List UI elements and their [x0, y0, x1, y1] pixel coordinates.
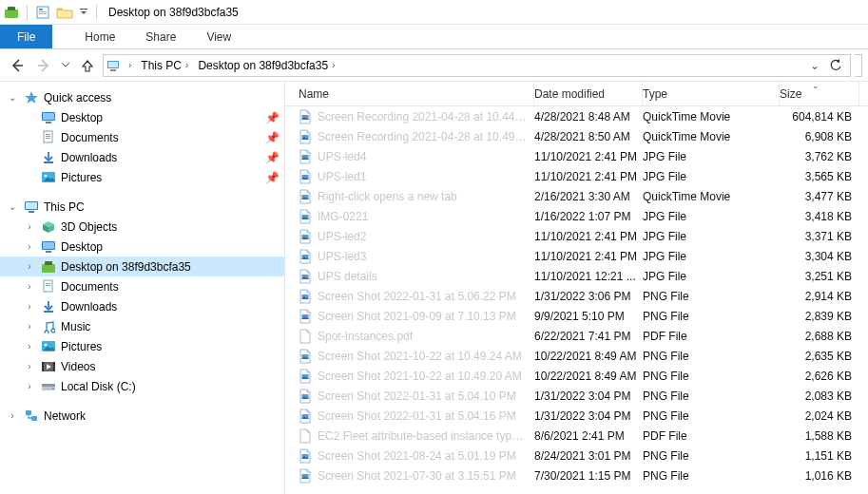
- tree-qa-downloads[interactable]: Downloads 📌: [0, 147, 284, 167]
- address-bar[interactable]: › This PC› Desktop on 38f9d3bcfa35› ⌄: [103, 54, 851, 77]
- file-row[interactable]: Screen Recording 2021-04-28 at 10.44.05 …: [285, 106, 868, 126]
- col-name[interactable]: Name: [299, 82, 534, 105]
- file-row[interactable]: Screen Shot 2021-07-30 at 3.15.51 PM7/30…: [285, 466, 868, 485]
- properties-icon[interactable]: [35, 5, 50, 20]
- tree-documents[interactable]: › Documents: [0, 276, 284, 296]
- tree-downloads[interactable]: › Downloads: [0, 296, 284, 316]
- chevron-right-icon[interactable]: ›: [23, 361, 36, 371]
- breadcrumb-current[interactable]: Desktop on 38f9d3bcfa35›: [194, 55, 340, 76]
- tree-quick-access[interactable]: ⌄ Quick access: [0, 87, 284, 107]
- file-row[interactable]: Screen Shot 2022-01-31 at 5.04.10 PM1/31…: [285, 386, 868, 406]
- file-row[interactable]: IMG-02211/16/2022 1:07 PMJPG File3,418 K…: [285, 206, 868, 226]
- tree-network[interactable]: › Network: [0, 406, 284, 426]
- chevron-right-icon[interactable]: ›: [328, 60, 338, 70]
- star-icon: [23, 90, 40, 105]
- file-type: PNG File: [643, 370, 780, 383]
- col-size[interactable]: Size⌄: [780, 82, 859, 105]
- svg-rect-21: [26, 202, 37, 209]
- forward-button[interactable]: [32, 54, 55, 77]
- back-button[interactable]: [6, 54, 29, 77]
- file-icon: [299, 109, 318, 124]
- svg-rect-11: [43, 113, 54, 120]
- file-name: Screen Shot 2021-09-09 at 7.10.13 PM: [318, 310, 534, 323]
- address-dropdown-icon[interactable]: ⌄: [806, 59, 823, 72]
- file-row[interactable]: Screen Shot 2021-09-09 at 7.10.13 PM9/9/…: [285, 306, 868, 326]
- file-name: Screen Shot 2022-01-31 at 5.04.16 PM: [318, 409, 534, 423]
- breadcrumb-this-pc[interactable]: This PC›: [137, 55, 194, 76]
- videos-icon: [40, 359, 57, 374]
- qat-dropdown-icon[interactable]: [79, 9, 88, 16]
- file-name: UPS-led4: [318, 150, 534, 163]
- chevron-right-icon[interactable]: ›: [23, 301, 36, 312]
- file-size: 3,251 KB: [780, 270, 852, 283]
- chevron-right-icon[interactable]: ›: [23, 241, 36, 252]
- file-row[interactable]: UPS-led311/10/2021 2:41 PMJPG File3,304 …: [285, 246, 868, 266]
- desktop-icon: [40, 239, 57, 255]
- col-date[interactable]: Date modified: [534, 82, 643, 105]
- file-row[interactable]: Screen Shot 2021-10-22 at 10.49.24 AM10/…: [285, 346, 868, 366]
- file-icon: [299, 149, 318, 164]
- svg-rect-8: [108, 62, 118, 67]
- file-row[interactable]: UPS-led411/10/2021 2:41 PMJPG File3,762 …: [285, 146, 868, 166]
- recent-dropdown-icon[interactable]: [59, 54, 72, 77]
- file-date: 11/10/2021 2:41 PM: [534, 250, 643, 263]
- chevron-right-icon[interactable]: ›: [125, 60, 135, 70]
- tab-view[interactable]: View: [191, 25, 246, 48]
- tree-qa-pictures[interactable]: Pictures 📌: [0, 167, 284, 187]
- tree-qa-documents[interactable]: Documents 📌: [0, 127, 284, 147]
- file-icon: [299, 169, 318, 184]
- file-row[interactable]: UPS details11/10/2021 12:21 ...JPG File3…: [285, 266, 868, 286]
- chevron-down-icon[interactable]: ⌄: [6, 92, 19, 103]
- drive-icon: [40, 379, 57, 394]
- tree-pictures[interactable]: › Pictures: [0, 336, 284, 356]
- file-icon: [299, 249, 318, 264]
- file-type: PDF File: [643, 429, 780, 443]
- tree-desktop-remote[interactable]: › Desktop on 38f9d3bcfa35: [0, 256, 284, 276]
- folder-icon[interactable]: [56, 6, 73, 19]
- chevron-right-icon[interactable]: ›: [23, 221, 36, 232]
- file-type: PNG File: [643, 409, 780, 423]
- file-row[interactable]: Screen Recording 2021-04-28 at 10.49.51 …: [285, 126, 868, 146]
- chevron-right-icon[interactable]: ›: [23, 341, 36, 352]
- pictures-icon: [40, 339, 57, 354]
- file-row[interactable]: Screen Shot 2022-01-31 at 5.04.16 PM1/31…: [285, 406, 868, 426]
- tab-file[interactable]: File: [0, 25, 52, 48]
- chevron-right-icon[interactable]: ›: [23, 381, 36, 391]
- tree-qa-desktop[interactable]: Desktop 📌: [0, 107, 284, 127]
- chevron-down-icon[interactable]: ⌄: [6, 201, 19, 212]
- file-size: 1,016 KB: [780, 469, 852, 483]
- tree-music[interactable]: › Music: [0, 316, 284, 336]
- tree-desktop[interactable]: › Desktop: [0, 237, 284, 256]
- file-row[interactable]: UPS-led211/10/2021 2:41 PMJPG File3,371 …: [285, 226, 868, 246]
- svg-rect-12: [46, 122, 51, 124]
- chevron-right-icon[interactable]: ›: [23, 321, 36, 332]
- file-row[interactable]: Screen Shot 2021-10-22 at 10.49.20 AM10/…: [285, 366, 868, 386]
- search-input[interactable]: [855, 54, 862, 77]
- refresh-button[interactable]: [825, 59, 846, 72]
- file-row[interactable]: Screen Shot 2022-01-31 at 5.06.22 PM1/31…: [285, 286, 868, 306]
- file-icon: [299, 309, 318, 324]
- tab-share[interactable]: Share: [130, 25, 191, 48]
- file-row[interactable]: Spot-Instances.pdf6/22/2021 7:41 PMPDF F…: [285, 326, 868, 346]
- tree-local-disk[interactable]: › Local Disk (C:): [0, 376, 284, 396]
- file-row[interactable]: UPS-led111/10/2021 2:41 PMJPG File3,565 …: [285, 166, 868, 186]
- navigation-tree: ⌄ Quick access Desktop 📌 Documents 📌 Dow…: [0, 82, 285, 494]
- tree-3d-objects[interactable]: › 3D Objects: [0, 217, 284, 237]
- file-row[interactable]: EC2 Fleet attribute-based instance type …: [285, 426, 868, 446]
- file-row[interactable]: Right-click opens a new tab2/16/2021 3:3…: [285, 186, 868, 206]
- chevron-right-icon[interactable]: ›: [6, 410, 19, 421]
- file-row[interactable]: Screen Shot 2021-08-24 at 5.01.19 PM8/24…: [285, 446, 868, 466]
- titlebar: Desktop on 38f9d3bcfa35: [0, 0, 868, 25]
- file-date: 10/22/2021 8:49 AM: [534, 370, 643, 383]
- tree-videos[interactable]: › Videos: [0, 356, 284, 376]
- up-button[interactable]: [76, 54, 99, 77]
- col-type[interactable]: Type: [643, 82, 780, 105]
- chevron-right-icon[interactable]: ›: [23, 261, 36, 272]
- tree-this-pc[interactable]: ⌄ This PC: [0, 197, 284, 217]
- file-name: Screen Shot 2021-10-22 at 10.49.24 AM: [318, 350, 534, 363]
- cube-icon: [40, 219, 57, 235]
- svg-rect-24: [43, 242, 54, 249]
- chevron-right-icon[interactable]: ›: [23, 281, 36, 292]
- tab-home[interactable]: Home: [69, 25, 130, 48]
- chevron-right-icon[interactable]: ›: [182, 60, 192, 70]
